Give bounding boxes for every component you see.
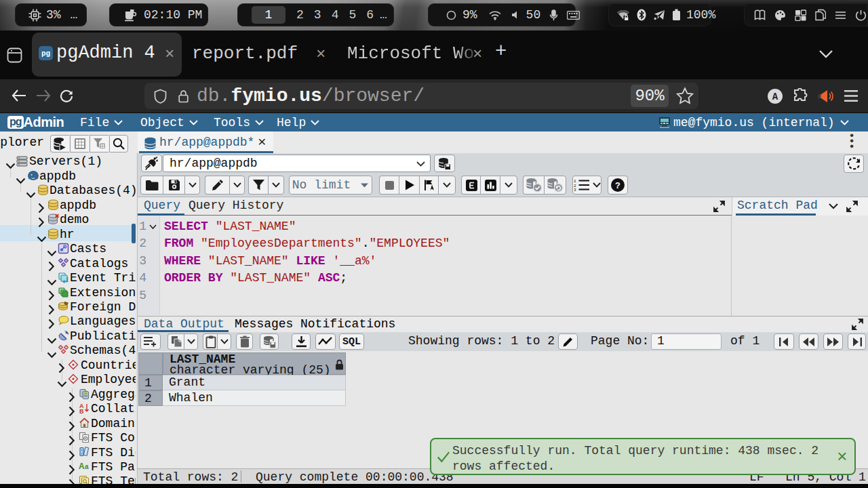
svg-text:B: B xyxy=(79,408,84,414)
svg-text:A: A xyxy=(79,462,85,470)
svg-text:A: A xyxy=(772,92,778,102)
svg-text:?: ? xyxy=(615,181,620,191)
svg-text:a: a xyxy=(85,463,89,470)
svg-text:3: 3 xyxy=(574,188,576,191)
